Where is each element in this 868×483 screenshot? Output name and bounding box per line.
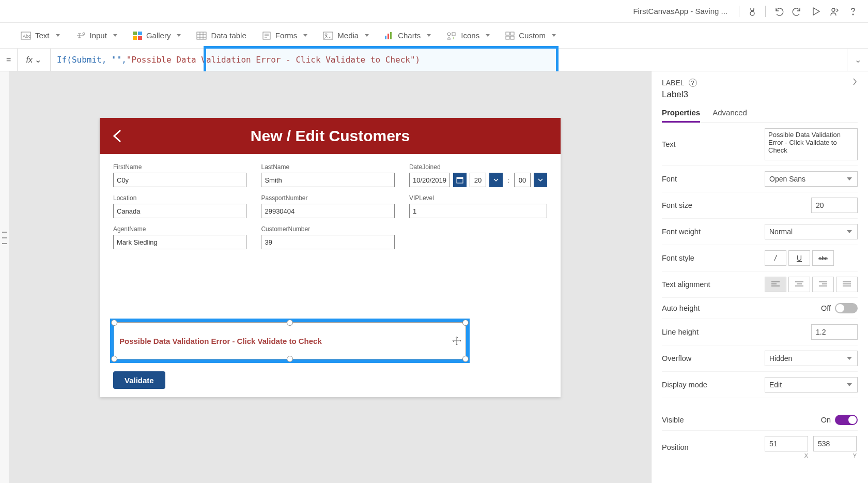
field-vip: VIPLevel 1: [409, 194, 547, 218]
validation-label[interactable]: Possible Data Validation Error - Click V…: [119, 337, 322, 345]
location-input[interactable]: Canada: [113, 204, 246, 218]
text-menu[interactable]: AbcText: [21, 31, 60, 40]
svg-point-5: [83, 33, 85, 35]
insert-ribbon: AbcText Input Gallery Data table Forms M…: [0, 23, 868, 49]
left-pane-collapsed[interactable]: [0, 71, 9, 483]
svg-rect-8: [133, 36, 137, 40]
time-separator: :: [506, 173, 511, 187]
expand-icon[interactable]: [851, 78, 858, 87]
prop-font: Font Open Sans: [662, 166, 858, 192]
canvas-area[interactable]: New / Edit Customers FirstName C0y LastN…: [9, 71, 651, 483]
move-icon[interactable]: [452, 336, 461, 345]
hour-dropdown-icon[interactable]: [489, 173, 503, 187]
control-type-label: LABEL: [662, 79, 685, 87]
lineheight-input[interactable]: 1.2: [811, 324, 858, 340]
media-menu[interactable]: Media: [323, 31, 369, 40]
tab-advanced[interactable]: Advanced: [712, 108, 747, 123]
forms-menu[interactable]: Forms: [262, 31, 308, 40]
svg-point-0: [750, 11, 754, 16]
minute-select[interactable]: 00: [514, 173, 531, 187]
charts-menu[interactable]: Charts: [384, 31, 431, 40]
vip-input[interactable]: 1: [409, 204, 547, 218]
divider: [739, 6, 739, 17]
svg-rect-20: [510, 32, 514, 35]
property-selector[interactable]: =: [0, 49, 18, 71]
prop-fontweight: Font weight Normal: [662, 219, 858, 245]
input-menu[interactable]: Input: [75, 31, 117, 40]
formula-expand[interactable]: ⌄: [847, 49, 868, 71]
text-input[interactable]: Possible Data Validation Error - Click V…: [765, 128, 858, 160]
svg-rect-24: [457, 177, 463, 179]
italic-button[interactable]: /: [765, 250, 786, 266]
main-area: New / Edit Customers FirstName C0y LastN…: [0, 71, 868, 483]
app-checker-icon[interactable]: [747, 6, 758, 17]
align-right-button[interactable]: [812, 277, 834, 292]
undo-icon[interactable]: [773, 6, 784, 17]
visible-toggle[interactable]: [835, 415, 858, 425]
field-datejoined: DateJoined 10/20/2019 20 : 00: [409, 163, 547, 187]
help-icon[interactable]: ?: [689, 79, 697, 87]
app-title: FirstCanvasApp - Saving ...: [633, 7, 727, 16]
svg-rect-18: [452, 33, 455, 36]
align-center-button[interactable]: [788, 277, 810, 292]
position-x-input[interactable]: 51: [765, 436, 808, 451]
position-y-input[interactable]: 538: [813, 436, 857, 451]
svg-point-2: [853, 14, 854, 15]
properties-panel: LABEL ? Label3 Properties Advanced Text …: [651, 71, 868, 483]
field-custnum: CustomerNumber 39: [261, 225, 394, 249]
help-icon[interactable]: [847, 6, 859, 17]
prop-position: Position 51X 538Y: [662, 431, 858, 464]
share-icon[interactable]: [829, 6, 840, 17]
datatable-menu[interactable]: Data table: [196, 31, 246, 40]
resize-handle[interactable]: [287, 356, 293, 362]
resize-handle[interactable]: [111, 320, 117, 326]
align-left-button[interactable]: [765, 277, 786, 292]
resize-handle[interactable]: [462, 320, 469, 326]
underline-button[interactable]: U: [788, 250, 810, 266]
minute-dropdown-icon[interactable]: [534, 173, 547, 187]
redo-icon[interactable]: [792, 6, 803, 17]
app-canvas[interactable]: New / Edit Customers FirstName C0y LastN…: [100, 118, 561, 397]
align-justify-button[interactable]: [836, 277, 858, 292]
form-grid: FirstName C0y LastName Smith DateJoined …: [100, 154, 561, 249]
fontsize-input[interactable]: 20: [811, 198, 858, 213]
date-input[interactable]: 10/20/2019: [409, 173, 450, 187]
tab-properties[interactable]: Properties: [662, 108, 700, 123]
icons-menu[interactable]: Icons: [446, 31, 490, 40]
autoheight-toggle[interactable]: [835, 303, 858, 313]
lastname-input[interactable]: Smith: [261, 173, 394, 187]
custnum-input[interactable]: 39: [261, 235, 394, 249]
svg-rect-19: [506, 32, 509, 35]
resize-handle[interactable]: [111, 356, 117, 362]
field-agent: AgentName Mark Siedling: [113, 225, 246, 249]
svg-rect-21: [506, 36, 509, 39]
field-location: Location Canada: [113, 194, 246, 218]
screen-title: New / Edit Customers: [110, 127, 550, 145]
svg-text:Abc: Abc: [23, 34, 31, 39]
formula-bar: = fx ⌄ If(Submit, "", "Possible Data Val…: [0, 49, 868, 71]
title-bar: FirstCanvasApp - Saving ...: [0, 0, 868, 23]
play-icon[interactable]: [810, 6, 822, 17]
displaymode-select[interactable]: Edit: [765, 377, 858, 393]
fontweight-select[interactable]: Normal: [765, 224, 858, 239]
fx-button[interactable]: fx ⌄: [18, 49, 51, 71]
prop-fontstyle: Font style / U abc: [662, 245, 858, 271]
validate-button[interactable]: Validate: [113, 371, 165, 389]
svg-rect-14: [385, 36, 386, 39]
hour-select[interactable]: 20: [470, 173, 486, 187]
svg-rect-6: [133, 32, 137, 35]
custom-menu[interactable]: Custom: [505, 31, 556, 40]
selected-label-outline[interactable]: Possible Data Validation Error - Click V…: [110, 319, 470, 363]
formula-input[interactable]: If(Submit, "", "Possible Data Validation…: [51, 49, 847, 71]
passport-input[interactable]: 29930404: [261, 204, 394, 218]
strike-button[interactable]: abc: [812, 250, 834, 266]
resize-handle[interactable]: [462, 356, 469, 362]
agent-input[interactable]: Mark Siedling: [113, 235, 246, 249]
gallery-menu[interactable]: Gallery: [133, 31, 181, 40]
overflow-select[interactable]: Hidden: [765, 351, 858, 366]
screen-header: New / Edit Customers: [100, 118, 561, 154]
font-select[interactable]: Open Sans: [765, 171, 858, 187]
calendar-icon[interactable]: [453, 173, 467, 187]
firstname-input[interactable]: C0y: [113, 173, 246, 187]
resize-handle[interactable]: [287, 320, 293, 326]
